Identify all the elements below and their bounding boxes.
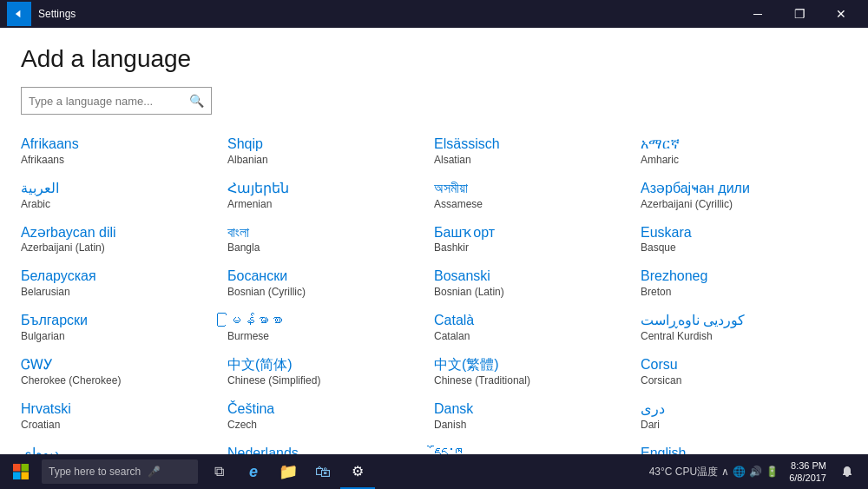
list-item[interactable]: BosanskiBosnian (Latin) [434, 261, 641, 305]
search-box[interactable]: 🔍 [21, 87, 212, 115]
lang-native-name: Hrvatski [21, 400, 217, 419]
taskbar-search-label: Type here to search [49, 466, 141, 478]
list-item[interactable]: العربيةArabic [21, 173, 227, 217]
list-item[interactable]: አማርኛAmharic [641, 129, 847, 173]
list-item[interactable]: AfrikaansAfrikaans [21, 129, 227, 173]
lang-native-name: Shqip [227, 135, 424, 154]
search-icon: 🔍 [189, 94, 204, 108]
task-view-button[interactable]: ⧉ [201, 454, 236, 489]
list-item[interactable]: CatalàCatalan [434, 305, 641, 349]
list-item[interactable]: БългарскиBulgarian [21, 305, 227, 349]
list-item[interactable]: ཇོང་ཁ [434, 438, 641, 454]
list-item[interactable]: ՀայերենArmenian [227, 173, 434, 217]
start-button[interactable] [3, 454, 38, 489]
page-title: Add a language [21, 45, 847, 73]
lang-english-name: Armenian [227, 198, 424, 210]
lang-english-name: Afrikaans [21, 154, 217, 166]
lang-native-name: Català [434, 312, 630, 330]
clock[interactable]: 8:36 PM 6/8/2017 [786, 459, 830, 485]
lang-english-name: Bulgarian [21, 330, 217, 342]
language-grid: AfrikaansAfrikaansShqipAlbanianElsässisc… [21, 129, 847, 454]
list-item[interactable]: Azərbaycan diliAzerbaijani (Latin) [21, 217, 227, 261]
lang-english-name: Albanian [227, 154, 424, 166]
lang-native-name: Башҡорт [434, 224, 630, 242]
notification-button[interactable] [830, 454, 865, 489]
search-input[interactable] [29, 95, 189, 108]
lang-native-name: العربية [21, 180, 217, 198]
lang-english-name: Azerbaijani (Cyrillic) [641, 198, 837, 210]
lang-english-name: Catalan [434, 330, 630, 342]
lang-english-name: Corsican [641, 374, 837, 387]
lang-english-name: Belarusian [21, 286, 217, 298]
list-item[interactable]: 中文(简体)Chinese (Simplified) [227, 349, 434, 393]
lang-native-name: অসমীয়া [434, 180, 630, 198]
lang-native-name: Corsu [641, 356, 837, 374]
file-explorer-button[interactable]: 📁 [271, 454, 306, 489]
back-button[interactable] [7, 2, 31, 26]
chevron-up-icon[interactable]: ∧ [721, 466, 729, 478]
svg-rect-0 [13, 464, 21, 472]
lang-native-name: Afrikaans [21, 135, 217, 154]
lang-english-name: Arabic [21, 198, 217, 210]
network-icon: 🌐 [733, 466, 746, 478]
list-item[interactable]: မြန်မာစာBurmese [227, 305, 434, 349]
taskbar-apps: ⧉ e 📁 🛍 ⚙ [201, 454, 375, 489]
list-item[interactable]: Азәрбајҹан дилиAzerbaijani (Cyrillic) [641, 173, 847, 217]
list-item[interactable]: ČeštinaCzech [227, 393, 434, 438]
lang-english-name: Croatian [21, 419, 217, 431]
list-item[interactable]: ElsässischAlsatian [434, 129, 641, 173]
list-item[interactable]: БеларускаяBelarusian [21, 261, 227, 305]
maximize-button[interactable]: ❐ [779, 0, 819, 28]
lang-native-name: Azərbaycan dili [21, 224, 217, 242]
lang-native-name: دیوه‌ای [21, 445, 217, 454]
list-item[interactable]: 中文(繁體)Chinese (Traditional) [434, 349, 641, 393]
list-item[interactable]: বাংলাBangla [227, 217, 434, 261]
list-item[interactable]: دریDari [641, 393, 847, 438]
settings-button[interactable]: ⚙ [340, 454, 375, 489]
list-item[interactable]: БашҡортBashkir [434, 217, 641, 261]
list-item[interactable]: БосанскиBosnian (Cyrillic) [227, 261, 434, 305]
list-item[interactable]: CorsuCorsican [641, 349, 847, 393]
edge-button[interactable]: e [236, 454, 271, 489]
lang-english-name: Assamese [434, 198, 630, 210]
lang-native-name: Bosanski [434, 268, 630, 286]
list-item[interactable]: كوردیی ناوەڕاستCentral Kurdish [641, 305, 847, 349]
microphone-icon: 🎤 [148, 466, 161, 478]
store-icon: 🛍 [315, 463, 331, 481]
lang-english-name: Czech [227, 419, 424, 431]
lang-native-name: বাংলা [227, 224, 424, 242]
list-item[interactable]: Nederlands [227, 438, 434, 454]
window-controls: ─ ❐ ✕ [738, 0, 861, 28]
lang-english-name: Alsatian [434, 154, 630, 166]
lang-native-name: 中文(简体) [227, 356, 424, 374]
list-item[interactable]: EuskaraBasque [641, 217, 847, 261]
lang-english-name: Central Kurdish [641, 330, 837, 342]
lang-english-name: Bashkir [434, 241, 630, 254]
close-button[interactable]: ✕ [821, 0, 861, 28]
lang-native-name: မြန်မာစာ [227, 312, 424, 330]
lang-native-name: دری [641, 400, 837, 419]
list-item[interactable]: English [641, 438, 847, 454]
lang-native-name: Euskara [641, 224, 837, 242]
lang-english-name: Bosnian (Latin) [434, 286, 630, 298]
lang-native-name: ཇོང་ཁ [434, 445, 630, 454]
task-view-icon: ⧉ [214, 464, 224, 479]
lang-native-name: Brezhoneg [641, 268, 837, 286]
lang-native-name: English [641, 445, 837, 454]
cpu-temp: 43°C CPU温度 [649, 465, 719, 479]
store-button[interactable]: 🛍 [306, 454, 340, 489]
list-item[interactable]: ShqipAlbanian [227, 129, 434, 173]
list-item[interactable]: অসমীয়াAssamese [434, 173, 641, 217]
taskbar-search[interactable]: Type here to search 🎤 [42, 459, 198, 484]
minimize-button[interactable]: ─ [738, 0, 778, 28]
svg-rect-3 [22, 472, 30, 480]
lang-native-name: Босански [227, 268, 424, 286]
list-item[interactable]: BrezhonegBreton [641, 261, 847, 305]
lang-english-name: Chinese (Traditional) [434, 374, 630, 387]
list-item[interactable]: دیوه‌ای [21, 438, 227, 454]
list-item[interactable]: DanskDanish [434, 393, 641, 438]
lang-native-name: አማርኛ [641, 135, 837, 154]
list-item[interactable]: ᏣᎳᎩCherokee (Cherokee) [21, 349, 227, 393]
list-item[interactable]: HrvatskiCroatian [21, 393, 227, 438]
lang-english-name: Burmese [227, 330, 424, 342]
